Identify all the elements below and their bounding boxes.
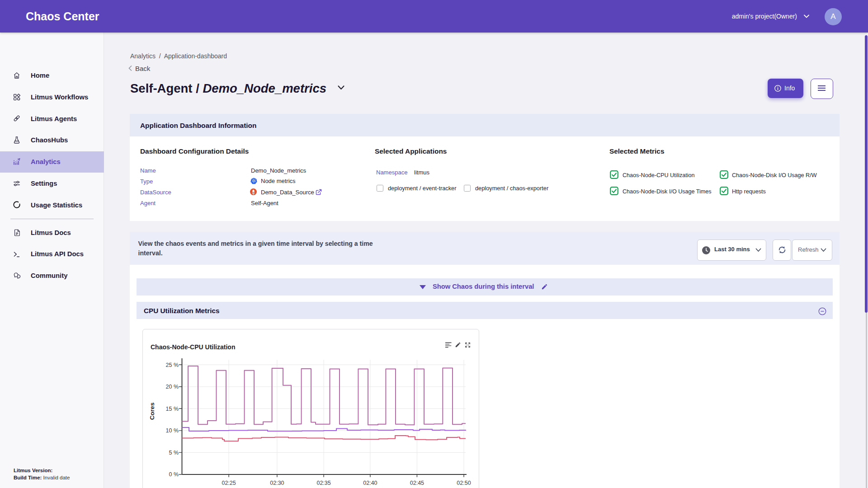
svg-text:02:40: 02:40 [363, 480, 377, 486]
svg-text:5 %: 5 % [169, 450, 179, 456]
svg-text:02:25: 02:25 [222, 480, 236, 486]
svg-text:02:50: 02:50 [457, 480, 471, 486]
svg-text:02:30: 02:30 [270, 480, 284, 486]
svg-text:25 %: 25 % [166, 362, 179, 368]
svg-text:Cores: Cores [149, 403, 156, 420]
svg-text:02:35: 02:35 [316, 480, 330, 486]
svg-text:15 %: 15 % [166, 406, 179, 412]
svg-text:0 %: 0 % [169, 471, 179, 478]
svg-text:02:45: 02:45 [410, 480, 424, 486]
svg-text:10 %: 10 % [166, 427, 179, 434]
svg-text:20 %: 20 % [166, 384, 179, 390]
